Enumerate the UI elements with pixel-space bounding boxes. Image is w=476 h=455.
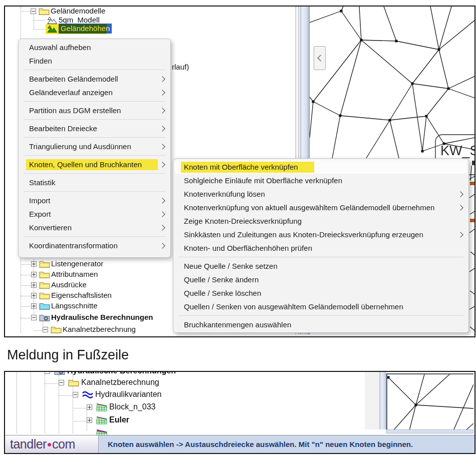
menu-item[interactable]: Knotenverknüfung lösen	[173, 187, 468, 201]
menu-item[interactable]: Quellen / Senken von ausgewähltem Geländ…	[173, 300, 468, 313]
menu-item[interactable]: Auswahl aufheben	[19, 41, 170, 54]
tree-item-label[interactable]: Hydraulikvarianten	[95, 390, 162, 399]
folder-yellow-icon	[39, 291, 50, 300]
folder-gear-icon	[54, 371, 65, 375]
tree-expander-plus[interactable]	[87, 404, 92, 410]
horizontal-scrollbar[interactable]	[386, 429, 473, 433]
menu-item[interactable]: Quelle / Senke ändern	[173, 273, 468, 286]
menu-item-label: Bruchkantenmengen auswählen	[184, 320, 462, 329]
tree-guide-h	[73, 421, 86, 421]
tree-item-label[interactable]: Ausdrücke	[51, 280, 87, 289]
submenu-chevron-icon	[159, 90, 165, 95]
tree-expander-minus[interactable]	[45, 371, 50, 374]
menu-separator	[24, 155, 165, 156]
menu-separator	[24, 137, 165, 138]
menu-item[interactable]: Knoten mit Oberfläche verknüpfen	[175, 160, 467, 174]
tree-expander-minus[interactable]	[73, 392, 78, 397]
tree-guide-v	[17, 372, 17, 433]
tree-guide-h	[21, 11, 30, 12]
tree-expander-minus[interactable]	[31, 9, 36, 14]
tree-item-label[interactable]: Attributnamen	[51, 270, 98, 279]
tree-item-label[interactable]: Euler	[109, 415, 129, 424]
logo-text-right: com	[52, 437, 75, 451]
menu-item[interactable]: Knoten- und Oberflächenhöhen prüfen	[173, 241, 468, 255]
menu-item[interactable]: Knoten, Quellen und Bruchkanten	[19, 158, 170, 171]
menu-item[interactable]: Sohlgleiche Einläufe mit Oberfläche verk…	[173, 174, 468, 187]
menu-item[interactable]: Neue Quelle / Senke setzen	[173, 259, 468, 273]
submenu-chevron-icon	[159, 144, 165, 149]
menu-item-label: Konvertieren	[29, 223, 160, 232]
tree-guide-v	[31, 372, 31, 433]
menu-item[interactable]: Koordinatentransformation	[19, 239, 170, 252]
menu-item-label: Knotenverknüfung lösen	[184, 190, 458, 198]
tree-guide-v	[45, 372, 45, 433]
submenu-chevron-icon	[159, 126, 165, 131]
submenu-chevron-icon	[159, 198, 165, 203]
menu-item-label: Triangulierung und Ausdünnen	[29, 142, 160, 151]
menu-item-label: Knoten, Quellen und Bruchkanten	[29, 160, 160, 169]
panel-gap	[365, 372, 379, 429]
tree-guide-h	[34, 330, 42, 331]
tree-expander-plus[interactable]	[31, 303, 37, 309]
map-view-small[interactable]	[386, 373, 473, 429]
menu-item[interactable]: Finden	[19, 54, 170, 68]
menu-separator	[24, 119, 165, 120]
menu-separator	[24, 191, 165, 192]
collapse-panel-button[interactable]	[314, 46, 326, 70]
tree-item-label[interactable]: Listengenerator	[51, 259, 103, 268]
submenu-chevron-icon	[159, 243, 165, 248]
menu-item-label: Statistik	[29, 178, 164, 187]
tree-expander-plus[interactable]	[31, 272, 37, 277]
tree-item-label[interactable]: Hydraulische Berechnungen	[51, 313, 153, 322]
tandler-logo: tandler • com	[5, 435, 99, 453]
menu-item[interactable]: Bruchkantenmengen auswählen	[173, 318, 468, 331]
menu-item-label: Knoten- und Oberflächenhöhen prüfen	[184, 244, 462, 252]
tree-expander-plus[interactable]	[31, 282, 37, 288]
tree-expander-minus[interactable]	[43, 327, 48, 332]
tree-expander-plus[interactable]	[87, 417, 92, 423]
tree-item-label[interactable]: Eigenschaftslisten	[51, 291, 112, 300]
tree-item-label[interactable]: Block_n_033	[109, 402, 156, 411]
tree-expander-minus[interactable]	[31, 315, 37, 320]
tree-guide-h	[21, 275, 31, 275]
tree-expander-minus[interactable]	[59, 380, 64, 385]
menu-item-label: Knoten mit Oberfläche verknüpfen	[184, 163, 462, 171]
tree-expander-plus[interactable]	[31, 261, 37, 267]
tree-item-label[interactable]: Geländemodelle	[51, 7, 105, 16]
vertical-splitter[interactable]	[379, 372, 386, 429]
menu-item[interactable]: Export	[19, 207, 170, 221]
screenshot-page: Geländemodelle5qm_ModellGeländehöhen rla…	[0, 0, 476, 455]
tree-item-label[interactable]: Kanalnetzberechnung	[63, 325, 136, 334]
waves-icon	[82, 390, 93, 399]
menu-item[interactable]: Bearbeiten Geländemodell	[19, 72, 170, 86]
menu-item[interactable]: Konvertieren	[19, 221, 170, 234]
menu-item[interactable]: Import	[19, 194, 170, 207]
menu-item[interactable]: Knotenverknüpfung von aktuell ausgewählt…	[173, 201, 468, 214]
tree-item-label[interactable]: Kanalnetzberechnung	[81, 378, 159, 387]
menu-item-label: Quelle / Senke löschen	[184, 289, 462, 297]
tree-item-label[interactable]: Hydraulische Berechnungen	[67, 371, 176, 375]
menu-item[interactable]: Statistik	[19, 176, 170, 189]
menu-item[interactable]: Zeige Knoten-Dreiecksverknüpfung	[173, 214, 468, 228]
folder-gear-icon	[39, 313, 50, 322]
tree-guide-h	[21, 306, 31, 307]
tree-guide-h	[34, 20, 45, 21]
context-submenu: Knoten mit Oberfläche verknüpfenSohlglei…	[173, 158, 469, 333]
tree-expander-plus[interactable]	[31, 293, 37, 298]
status-bar: tandler • com Knoten auswählen -> Austau…	[5, 435, 474, 453]
map-node-label: KW_S	[440, 143, 475, 158]
main-window-clip: Geländemodelle5qm_ModellGeländehöhen rla…	[4, 6, 475, 337]
tree-item-label[interactable]: Längsschnitte	[51, 301, 98, 310]
menu-item-label: Bearbeiten Geländemodell	[29, 75, 160, 83]
menu-item[interactable]: Sinkkästen und Zuleitungen aus Knoten-Dr…	[173, 228, 468, 241]
menu-item-label: Zeige Knoten-Dreiecksverknüpfung	[184, 217, 462, 225]
menu-item[interactable]: Triangulierung und Ausdünnen	[19, 140, 170, 153]
menu-item-label: Quelle / Senke ändern	[184, 275, 462, 284]
menu-item[interactable]: Quelle / Senke löschen	[173, 286, 468, 300]
menu-item[interactable]: Bearbeiten Dreiecke	[19, 122, 170, 135]
terrain-outline-icon	[47, 16, 58, 25]
menu-item[interactable]: Geländeverlauf anzeigen	[19, 86, 170, 99]
menu-item-label: Partition aus DGM erstellen	[29, 106, 160, 115]
menu-item[interactable]: Partition aus DGM erstellen	[19, 104, 170, 117]
tree-guide-v	[34, 259, 34, 319]
